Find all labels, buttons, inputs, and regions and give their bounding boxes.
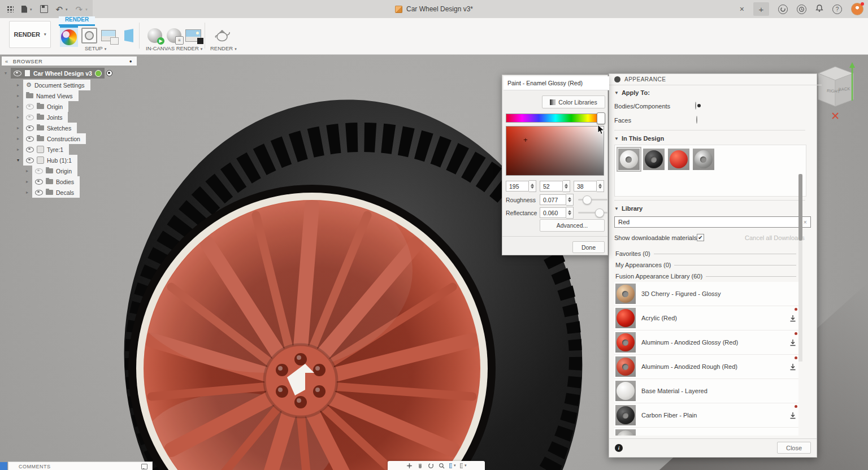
position-tool-icon[interactable]	[406, 463, 413, 469]
collapse-triangle-icon[interactable]: ▼	[614, 90, 619, 95]
look-at-tool-icon[interactable]	[439, 463, 445, 469]
blue-value-field[interactable]: 38	[574, 181, 597, 192]
done-button[interactable]: Done	[572, 241, 605, 253]
render-settings-button[interactable]: ≡	[165, 26, 183, 45]
user-avatar[interactable]	[851, 3, 863, 15]
visibility-eye-icon[interactable]	[35, 168, 43, 174]
history-icon[interactable]	[797, 5, 806, 14]
library-scrollbar[interactable]	[798, 174, 802, 362]
saturation-value-picker[interactable]: +	[506, 126, 604, 176]
notifications-bell-icon[interactable]	[815, 4, 823, 15]
tree-row-root[interactable]: ▾ Car Wheel Design v3	[5, 68, 112, 79]
texture-map-controls-button[interactable]	[99, 26, 118, 45]
appearance-name-field[interactable]: Paint - Enamel Glossy (Red)	[504, 76, 609, 90]
twisty-icon[interactable]: ▸	[26, 190, 31, 195]
tree-row[interactable]: ▸ Sketches	[17, 123, 77, 133]
twisty-icon[interactable]: ▸	[17, 147, 21, 152]
workspace-selector-button[interactable]: RENDER	[9, 21, 51, 48]
download-button[interactable]	[787, 315, 798, 322]
tree-row[interactable]: ▸ Joints	[17, 112, 68, 123]
scene-settings-button[interactable]	[80, 26, 98, 45]
grid-settings-icon[interactable]	[460, 463, 467, 469]
close-tab-icon[interactable]: ×	[740, 5, 744, 14]
viewcube[interactable]: RIGHT BACK	[814, 56, 868, 121]
group-render-label[interactable]: RENDER	[210, 45, 237, 51]
visibility-eye-icon[interactable]	[26, 125, 34, 131]
download-button[interactable]	[787, 412, 798, 419]
reflectance-slider-knob[interactable]	[595, 208, 604, 217]
collapse-triangle-icon[interactable]: ▼	[614, 206, 619, 211]
twisty-icon[interactable]: ▸	[17, 82, 21, 88]
pan-tool-icon[interactable]	[417, 463, 424, 469]
color-libraries-button[interactable]: Color Libraries	[542, 95, 605, 108]
help-icon[interactable]: ?	[832, 5, 842, 14]
section-fusion-library[interactable]: Fusion Appearance Library (60)	[614, 271, 798, 282]
collapse-browser-icon[interactable]: «	[5, 58, 8, 64]
reflectance-stepper[interactable]	[566, 207, 574, 219]
decal-button[interactable]	[120, 26, 138, 45]
library-item[interactable]: Acrylic (Red)	[614, 306, 798, 330]
twisty-icon[interactable]: ▸	[26, 179, 31, 184]
visibility-eye-icon[interactable]	[26, 158, 34, 163]
tab-render[interactable]: RENDER	[59, 16, 95, 25]
roughness-field[interactable]: 0.077	[540, 194, 566, 205]
in-this-design-section-header[interactable]: ▼ In This Design	[614, 135, 664, 142]
roughness-slider[interactable]	[578, 199, 607, 201]
cancel-downloads-link[interactable]: Cancel all Downloads	[745, 234, 805, 241]
advanced-button[interactable]: Advanced...	[540, 219, 605, 232]
appearance-panel-header[interactable]: APPEARANCE	[609, 74, 822, 85]
in-canvas-render-button[interactable]: ▶	[146, 26, 164, 45]
faces-radio[interactable]	[696, 116, 697, 124]
blue-stepper[interactable]	[597, 180, 604, 192]
tree-row[interactable]: ▸ Origin	[26, 166, 77, 176]
swatch-white-paint[interactable]	[618, 149, 640, 170]
group-setup-label[interactable]: SETUP	[85, 45, 106, 51]
red-value-field[interactable]: 195	[506, 181, 529, 192]
download-button[interactable]	[787, 339, 798, 346]
library-item[interactable]: Aluminum - Anodized Glossy (Red)	[614, 330, 798, 355]
library-scrollbar-thumb[interactable]	[798, 174, 802, 241]
browser-options-icon[interactable]: ●	[129, 59, 132, 64]
twisty-icon[interactable]: ▸	[17, 115, 21, 120]
tree-row[interactable]: ▸ Bodies	[26, 176, 80, 187]
red-stepper[interactable]	[529, 180, 536, 192]
swatch-chrome[interactable]	[693, 149, 714, 170]
green-stepper[interactable]	[563, 180, 570, 192]
visibility-eye-icon[interactable]	[26, 147, 34, 153]
library-search-input[interactable]: Red ×	[614, 216, 811, 228]
panel-grip-icon[interactable]	[614, 76, 620, 82]
section-my-appearances[interactable]: My Appearances (0)	[614, 259, 798, 271]
twisty-icon[interactable]: ▸	[17, 93, 21, 98]
group-in-canvas-label[interactable]: IN-CANVAS RENDER	[146, 45, 202, 51]
info-icon[interactable]: i	[615, 444, 623, 452]
reflectance-slider[interactable]	[578, 212, 607, 214]
orbit-tool-icon[interactable]	[428, 463, 435, 469]
twisty-icon[interactable]: ▸	[26, 168, 31, 173]
hue-slider[interactable]	[506, 114, 605, 123]
library-item-partial[interactable]	[614, 428, 798, 436]
tree-row[interactable]: ▸ ⚙Document Settings	[17, 80, 90, 90]
activate-radio-icon[interactable]	[106, 70, 112, 76]
bodies-radio[interactable]	[695, 102, 696, 110]
library-item[interactable]: Carbon Fiber - Plain	[614, 403, 798, 428]
library-item[interactable]: 3D Cherry - Figured - Glossy	[614, 282, 798, 306]
document-tab[interactable]: Car Wheel Design v3*	[0, 0, 868, 18]
visibility-eye-icon[interactable]	[26, 115, 34, 120]
twisty-icon[interactable]: ▸	[17, 104, 21, 109]
job-status-icon[interactable]	[778, 5, 788, 14]
library-section-header[interactable]: ▼ Library	[614, 205, 643, 212]
show-downloadable-checkbox[interactable]: ✔	[697, 234, 704, 241]
visibility-eye-icon[interactable]	[26, 104, 34, 110]
swatch-red-paint[interactable]	[668, 149, 689, 170]
section-favorites[interactable]: Favorites (0)	[614, 248, 798, 259]
collapse-triangle-icon[interactable]: ▼	[614, 136, 619, 141]
tree-row[interactable]: ▸ Origin	[17, 101, 68, 112]
render-teapot-button[interactable]	[214, 26, 232, 45]
browser-panel-header[interactable]: « BROWSER ●	[2, 56, 137, 66]
twisty-icon[interactable]: ▸	[17, 125, 21, 130]
twisty-icon[interactable]: ▸	[17, 136, 21, 141]
library-item[interactable]: Aluminum - Anodized Rough (Red)	[614, 355, 798, 379]
visibility-eye-icon[interactable]	[35, 179, 43, 185]
appearance-tool-button[interactable]	[60, 26, 78, 47]
clear-search-icon[interactable]: ×	[804, 219, 807, 225]
